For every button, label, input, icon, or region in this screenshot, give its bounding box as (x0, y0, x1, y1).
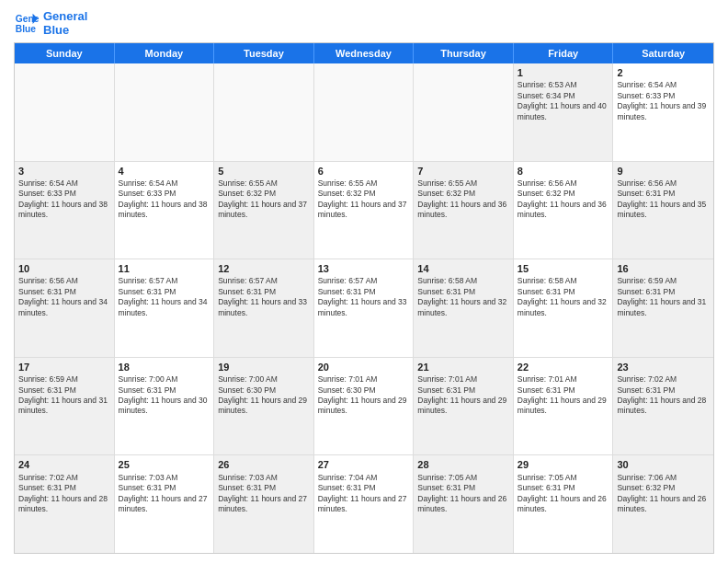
calendar-cell: 2Sunrise: 6:54 AM Sunset: 6:33 PM Daylig… (613, 63, 713, 161)
calendar-cell: 13Sunrise: 6:57 AM Sunset: 6:31 PM Dayli… (314, 259, 415, 357)
weekday-header: Tuesday (214, 43, 314, 63)
day-number: 8 (518, 165, 609, 178)
cell-info: Sunrise: 7:02 AM Sunset: 6:31 PM Dayligh… (617, 374, 710, 417)
weekday-header: Saturday (613, 43, 713, 63)
calendar-row: 17Sunrise: 6:59 AM Sunset: 6:31 PM Dayli… (15, 357, 713, 455)
cell-info: Sunrise: 6:54 AM Sunset: 6:33 PM Dayligh… (18, 178, 110, 221)
calendar-cell: 19Sunrise: 7:00 AM Sunset: 6:30 PM Dayli… (214, 358, 314, 455)
day-number: 12 (218, 262, 310, 275)
calendar-cell: 8Sunrise: 6:56 AM Sunset: 6:32 PM Daylig… (514, 162, 614, 259)
calendar-cell (214, 63, 314, 161)
cell-info: Sunrise: 6:56 AM Sunset: 6:32 PM Dayligh… (518, 178, 609, 221)
day-number: 19 (218, 361, 310, 373)
svg-text:Blue: Blue (16, 24, 37, 34)
calendar-cell (15, 63, 115, 161)
day-number: 21 (417, 361, 509, 373)
calendar-cell: 9Sunrise: 6:56 AM Sunset: 6:31 PM Daylig… (613, 162, 713, 259)
cell-info: Sunrise: 6:53 AM Sunset: 6:34 PM Dayligh… (518, 80, 609, 122)
cell-info: Sunrise: 6:57 AM Sunset: 6:31 PM Dayligh… (119, 276, 210, 318)
cell-info: Sunrise: 7:00 AM Sunset: 6:30 PM Dayligh… (218, 374, 310, 417)
logo: General Blue General Blue (14, 9, 87, 37)
calendar-cell: 23Sunrise: 7:02 AM Sunset: 6:31 PM Dayli… (613, 358, 713, 455)
day-number: 20 (318, 361, 410, 373)
calendar-row: 10Sunrise: 6:56 AM Sunset: 6:31 PM Dayli… (15, 259, 713, 357)
day-number: 24 (18, 458, 110, 471)
calendar: SundayMondayTuesdayWednesdayThursdayFrid… (14, 42, 714, 554)
day-number: 1 (518, 66, 609, 79)
calendar-cell (314, 63, 415, 161)
calendar-cell: 6Sunrise: 6:55 AM Sunset: 6:32 PM Daylig… (314, 162, 415, 259)
cell-info: Sunrise: 7:00 AM Sunset: 6:31 PM Dayligh… (119, 374, 210, 417)
day-number: 5 (218, 165, 310, 178)
logo-text: General Blue (43, 9, 87, 37)
cell-info: Sunrise: 7:06 AM Sunset: 6:32 PM Dayligh… (617, 473, 710, 515)
weekday-header: Friday (514, 43, 614, 63)
calendar-cell: 7Sunrise: 6:55 AM Sunset: 6:32 PM Daylig… (414, 162, 514, 259)
cell-info: Sunrise: 7:02 AM Sunset: 6:31 PM Dayligh… (18, 473, 110, 515)
calendar-cell: 5Sunrise: 6:55 AM Sunset: 6:32 PM Daylig… (214, 162, 314, 259)
calendar-cell: 4Sunrise: 6:54 AM Sunset: 6:33 PM Daylig… (115, 162, 215, 259)
day-number: 26 (218, 458, 310, 471)
day-number: 2 (617, 66, 710, 79)
cell-info: Sunrise: 6:57 AM Sunset: 6:31 PM Dayligh… (218, 276, 310, 318)
cell-info: Sunrise: 7:01 AM Sunset: 6:30 PM Dayligh… (318, 374, 410, 417)
calendar-cell: 28Sunrise: 7:05 AM Sunset: 6:31 PM Dayli… (414, 455, 514, 553)
day-number: 3 (18, 165, 110, 178)
cell-info: Sunrise: 7:05 AM Sunset: 6:31 PM Dayligh… (518, 473, 609, 515)
calendar-body: 1Sunrise: 6:53 AM Sunset: 6:34 PM Daylig… (15, 63, 713, 553)
calendar-cell (115, 63, 215, 161)
cell-info: Sunrise: 7:04 AM Sunset: 6:31 PM Dayligh… (318, 473, 410, 515)
cell-info: Sunrise: 6:58 AM Sunset: 6:31 PM Dayligh… (417, 276, 509, 318)
calendar-cell: 29Sunrise: 7:05 AM Sunset: 6:31 PM Dayli… (514, 455, 614, 553)
calendar-cell: 22Sunrise: 7:01 AM Sunset: 6:31 PM Dayli… (514, 358, 614, 455)
calendar-cell: 14Sunrise: 6:58 AM Sunset: 6:31 PM Dayli… (414, 259, 514, 357)
cell-info: Sunrise: 7:01 AM Sunset: 6:31 PM Dayligh… (518, 374, 609, 417)
cell-info: Sunrise: 6:55 AM Sunset: 6:32 PM Dayligh… (218, 178, 310, 221)
header: General Blue General Blue (14, 9, 714, 37)
cell-info: Sunrise: 6:57 AM Sunset: 6:31 PM Dayligh… (318, 276, 410, 318)
calendar-cell (414, 63, 514, 161)
weekday-header: Wednesday (314, 43, 415, 63)
calendar-row: 24Sunrise: 7:02 AM Sunset: 6:31 PM Dayli… (15, 454, 713, 553)
calendar-cell: 15Sunrise: 6:58 AM Sunset: 6:31 PM Dayli… (514, 259, 614, 357)
day-number: 28 (417, 458, 509, 471)
day-number: 30 (617, 458, 710, 471)
cell-info: Sunrise: 6:59 AM Sunset: 6:31 PM Dayligh… (617, 276, 710, 318)
weekday-header: Sunday (15, 43, 115, 63)
calendar-cell: 18Sunrise: 7:00 AM Sunset: 6:31 PM Dayli… (115, 358, 215, 455)
calendar-row: 3Sunrise: 6:54 AM Sunset: 6:33 PM Daylig… (15, 161, 713, 259)
calendar-cell: 24Sunrise: 7:02 AM Sunset: 6:31 PM Dayli… (15, 455, 115, 553)
day-number: 29 (518, 458, 609, 471)
cell-info: Sunrise: 7:03 AM Sunset: 6:31 PM Dayligh… (119, 473, 210, 515)
calendar-cell: 25Sunrise: 7:03 AM Sunset: 6:31 PM Dayli… (115, 455, 215, 553)
day-number: 27 (318, 458, 410, 471)
cell-info: Sunrise: 6:56 AM Sunset: 6:31 PM Dayligh… (617, 178, 710, 221)
cell-info: Sunrise: 7:03 AM Sunset: 6:31 PM Dayligh… (218, 473, 310, 515)
day-number: 4 (119, 165, 210, 178)
day-number: 23 (617, 361, 710, 373)
weekday-header: Thursday (414, 43, 514, 63)
calendar-cell: 21Sunrise: 7:01 AM Sunset: 6:31 PM Dayli… (414, 358, 514, 455)
day-number: 7 (417, 165, 509, 178)
page: General Blue General Blue SundayMondayTu… (0, 0, 728, 563)
day-number: 9 (617, 165, 710, 178)
calendar-cell: 11Sunrise: 6:57 AM Sunset: 6:31 PM Dayli… (115, 259, 215, 357)
calendar-cell: 26Sunrise: 7:03 AM Sunset: 6:31 PM Dayli… (214, 455, 314, 553)
logo-icon: General Blue (14, 10, 40, 36)
calendar-cell: 16Sunrise: 6:59 AM Sunset: 6:31 PM Dayli… (613, 259, 713, 357)
day-number: 25 (119, 458, 210, 471)
cell-info: Sunrise: 6:54 AM Sunset: 6:33 PM Dayligh… (617, 80, 710, 122)
calendar-cell: 27Sunrise: 7:04 AM Sunset: 6:31 PM Dayli… (314, 455, 415, 553)
calendar-header: SundayMondayTuesdayWednesdayThursdayFrid… (15, 43, 713, 63)
calendar-cell: 3Sunrise: 6:54 AM Sunset: 6:33 PM Daylig… (15, 162, 115, 259)
day-number: 11 (119, 262, 210, 275)
weekday-header: Monday (115, 43, 215, 63)
calendar-row: 1Sunrise: 6:53 AM Sunset: 6:34 PM Daylig… (15, 63, 713, 161)
cell-info: Sunrise: 6:58 AM Sunset: 6:31 PM Dayligh… (518, 276, 609, 318)
calendar-cell: 20Sunrise: 7:01 AM Sunset: 6:30 PM Dayli… (314, 358, 415, 455)
day-number: 22 (518, 361, 609, 373)
day-number: 17 (18, 361, 110, 373)
day-number: 10 (18, 262, 110, 275)
cell-info: Sunrise: 6:59 AM Sunset: 6:31 PM Dayligh… (18, 374, 110, 417)
calendar-cell: 1Sunrise: 6:53 AM Sunset: 6:34 PM Daylig… (514, 63, 614, 161)
